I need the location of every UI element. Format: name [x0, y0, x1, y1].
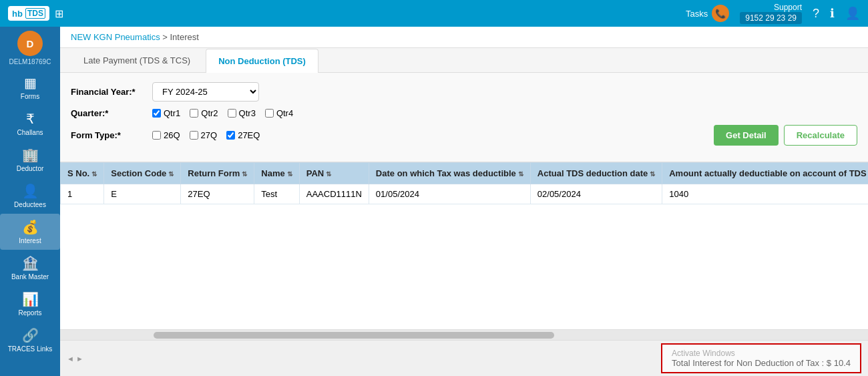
footer-bar: ◄ ► Activate Windows Total Interest for … [60, 340, 868, 376]
bank-master-icon: 🏦 [22, 255, 39, 271]
scrollbar-thumb[interactable] [154, 332, 554, 339]
sidebar-item-forms[interactable]: ▦ Forms [0, 69, 60, 106]
form-type-label: Form Type:* [71, 130, 144, 140]
breadcrumb-current: Interest [170, 32, 199, 42]
sidebar-label-traces-links: TRACES Links [8, 345, 53, 353]
grid-icon[interactable]: ⊞ [55, 7, 63, 20]
26q-checkbox[interactable]: 26Q [152, 130, 180, 140]
phone-button[interactable]: 📞 [712, 5, 729, 22]
financial-year-select[interactable]: FY 2024-25 FY 2023-24 FY 2022-23 [152, 82, 259, 102]
support-number: 9152 29 23 29 [740, 12, 802, 24]
avatar: D [17, 31, 43, 56]
tasks-label: Tasks [686, 9, 708, 19]
qtr1-checkbox[interactable]: Qtr1 [152, 108, 180, 118]
table-wrapper: S No.⇅ Section Code⇅ Return Form⇅ Name⇅ … [60, 162, 868, 329]
sidebar: D DELM18769C ▦ Forms ₹ Challans 🏢 Deduct… [0, 27, 60, 376]
sort-icon-name[interactable]: ⇅ [287, 170, 292, 178]
cell-tax-date: 01/05/2024 [369, 184, 530, 204]
data-table: S No.⇅ Section Code⇅ Return Form⇅ Name⇅ … [60, 162, 868, 204]
sort-icon-sno[interactable]: ⇅ [91, 170, 97, 178]
deductees-icon: 👤 [22, 183, 39, 199]
qtr4-input[interactable] [265, 109, 274, 118]
cell-section-code: E [104, 184, 181, 204]
main-layout: D DELM18769C ▦ Forms ₹ Challans 🏢 Deduct… [0, 27, 868, 376]
sidebar-item-deductor[interactable]: 🏢 Deductor [0, 142, 60, 178]
form-area: Financial Year:* FY 2024-25 FY 2023-24 F… [60, 73, 868, 162]
sidebar-label-deductees: Deductees [14, 201, 46, 208]
qtr4-checkbox[interactable]: Qtr4 [265, 108, 293, 118]
financial-year-label: Financial Year:* [71, 87, 144, 97]
col-name: Name⇅ [254, 163, 299, 184]
col-tax-date: Date on which Tax was deductible⇅ [369, 163, 530, 184]
quarter-checkboxes: Qtr1 Qtr2 Qtr3 Qtr4 [152, 108, 293, 118]
tab-non-deduction[interactable]: Non Deduction (TDS) [206, 49, 318, 73]
col-pan: PAN⇅ [299, 163, 369, 184]
qtr2-input[interactable] [190, 109, 198, 118]
27eq-input[interactable] [226, 131, 235, 140]
user-icon[interactable]: 👤 [845, 6, 860, 21]
cell-amount-deductible: 1040 [662, 184, 868, 204]
content-area: NEW KGN Pneumatics > Interest Late Payme… [60, 27, 868, 376]
logo-hb: hb [12, 9, 23, 19]
sidebar-label-reports: Reports [18, 309, 41, 317]
col-return-form: Return Form⇅ [181, 163, 254, 184]
tab-late-payment[interactable]: Late Payment (TDS & TCS) [71, 48, 203, 72]
sidebar-item-bank-master[interactable]: 🏦 Bank Master [0, 250, 60, 286]
sidebar-label-bank-master: Bank Master [11, 273, 49, 280]
cell-sno: 1 [61, 184, 104, 204]
financial-year-row: Financial Year:* FY 2024-25 FY 2023-24 F… [71, 82, 857, 102]
activate-windows-label: Activate Windows [672, 349, 851, 358]
col-sno: S No.⇅ [61, 163, 104, 184]
sort-icon-return[interactable]: ⇅ [242, 170, 247, 178]
deductor-icon: 🏢 [22, 147, 39, 163]
forms-icon: ▦ [24, 75, 37, 91]
qtr3-input[interactable] [228, 109, 236, 118]
qtr2-checkbox[interactable]: Qtr2 [190, 108, 218, 118]
sort-icon-tax-date[interactable]: ⇅ [518, 170, 523, 178]
table-row: 1 E 27EQ Test AAACD1111N 01/05/2024 02/0… [61, 184, 869, 204]
27q-input[interactable] [190, 131, 198, 140]
top-navigation: hb TDS ⊞ Tasks 📞 Support 9152 29 23 29 ?… [0, 0, 868, 27]
nav-left: hb TDS ⊞ [8, 6, 63, 21]
qtr3-checkbox[interactable]: Qtr3 [228, 108, 256, 118]
challans-icon: ₹ [26, 111, 35, 127]
sidebar-item-traces-links[interactable]: 🔗 TRACES Links [0, 322, 60, 358]
26q-input[interactable] [152, 131, 161, 140]
interest-icon: 💰 [22, 219, 39, 235]
info-icon[interactable]: ℹ [830, 6, 835, 21]
logo: hb TDS [8, 6, 49, 21]
sort-icon-section[interactable]: ⇅ [168, 170, 174, 178]
sort-icon-pan[interactable]: ⇅ [326, 170, 331, 178]
help-icon[interactable]: ? [813, 7, 819, 21]
sidebar-label-deductor: Deductor [17, 165, 44, 172]
user-id: DELM18769C [9, 58, 51, 65]
total-interest-box: Activate Windows Total Interest for Non … [661, 343, 861, 373]
recalculate-button[interactable]: Recalculate [784, 125, 857, 146]
logo-tds: TDS [25, 8, 45, 19]
27q-checkbox[interactable]: 27Q [190, 130, 218, 140]
nav-right: Tasks 📞 Support 9152 29 23 29 ? ℹ 👤 [686, 3, 860, 24]
cell-name: Test [254, 184, 299, 204]
sidebar-label-interest: Interest [19, 237, 41, 244]
sort-icon-actual-tds[interactable]: ⇅ [650, 170, 655, 178]
sidebar-item-deductees[interactable]: 👤 Deductees [0, 178, 60, 214]
breadcrumb-company[interactable]: NEW KGN Pneumatics [71, 32, 160, 42]
traces-links-icon: 🔗 [22, 327, 39, 343]
sidebar-label-challans: Challans [17, 129, 43, 136]
qtr1-input[interactable] [152, 109, 161, 118]
support-area: Support 9152 29 23 29 [740, 3, 802, 24]
27eq-checkbox[interactable]: 27EQ [226, 130, 260, 140]
col-amount-deductible: Amount actually deductiable on account o… [662, 163, 868, 184]
sidebar-user: D DELM18769C [9, 31, 51, 65]
breadcrumb-separator: > [162, 32, 170, 42]
cell-return-form: 27EQ [181, 184, 254, 204]
sidebar-item-interest[interactable]: 💰 Interest [0, 214, 60, 250]
sidebar-item-challans[interactable]: ₹ Challans [0, 106, 60, 142]
cell-actual-tds-date: 02/05/2024 [530, 184, 662, 204]
sidebar-item-reports[interactable]: 📊 Reports [0, 286, 60, 322]
table-header-row: S No.⇅ Section Code⇅ Return Form⇅ Name⇅ … [61, 163, 869, 184]
support-label: Support [774, 3, 802, 12]
get-detail-button[interactable]: Get Detail [714, 125, 779, 146]
horizontal-scrollbar[interactable] [60, 329, 868, 340]
sidebar-label-forms: Forms [21, 93, 39, 100]
